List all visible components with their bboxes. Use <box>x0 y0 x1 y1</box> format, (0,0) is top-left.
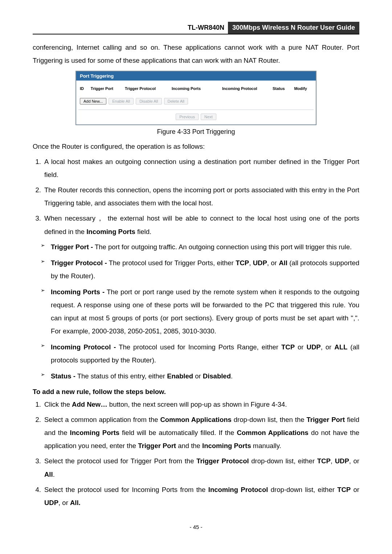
list-item: A local host makes an outgoing connectio… <box>43 155 359 181</box>
list-item: Select the protocol used for Incoming Po… <box>43 483 359 509</box>
model-label: TL-WR840N <box>188 22 228 34</box>
intro-paragraph: conferencing, Internet calling and so on… <box>33 41 359 67</box>
disable-all-button[interactable]: Disable All <box>136 98 162 104</box>
next-button[interactable]: Next <box>201 114 216 120</box>
list-item: Status - The status of this entry, eithe… <box>43 370 359 383</box>
list-item: Select the protocol used for Trigger Por… <box>43 455 359 481</box>
list-item: Incoming Ports - The port or port range … <box>43 286 359 338</box>
screenshot-title: Port Triggering <box>76 71 316 81</box>
list-item: Select a common application from the Com… <box>43 413 359 452</box>
primary-steps-list: A local host makes an outgoing connectio… <box>33 155 359 238</box>
list-item: When necessary， the external host will b… <box>43 212 359 238</box>
figure-container: Port Triggering ID Trigger Port Trigger … <box>33 71 359 125</box>
add-rule-heading: To add a new rule, follow the steps belo… <box>33 388 359 396</box>
table-header-row: ID Trigger Port Trigger Protocol Incomin… <box>76 81 316 97</box>
list-item: Trigger Port - The port for outgoing tra… <box>43 241 359 254</box>
action-button-row: Add New... Enable All Disable All Delete… <box>76 97 316 110</box>
bullet-list: Trigger Port - The port for outgoing tra… <box>33 241 359 383</box>
col-trigger-port: Trigger Port <box>91 86 125 91</box>
col-incoming-ports: Incoming Ports <box>172 86 222 91</box>
port-triggering-screenshot: Port Triggering ID Trigger Port Trigger … <box>75 71 317 125</box>
list-item: The Router records this connection, open… <box>43 184 359 210</box>
col-id: ID <box>80 86 91 91</box>
list-item: Incoming Protocol - The protocol used fo… <box>43 341 359 367</box>
col-status: Status <box>273 86 294 91</box>
add-new-button[interactable]: Add New... <box>80 98 106 104</box>
previous-button[interactable]: Previous <box>176 114 199 120</box>
col-modify: Modify <box>294 86 312 91</box>
col-incoming-protocol: Incoming Protocol <box>222 86 273 91</box>
add-rule-steps-list: Click the Add New… button, the next scre… <box>33 398 359 509</box>
delete-all-button[interactable]: Delete All <box>164 98 188 104</box>
page-number: - 45 - <box>33 524 359 530</box>
list-item: Trigger Protocol - The protocol used for… <box>43 257 359 283</box>
col-trigger-protocol: Trigger Protocol <box>125 86 172 91</box>
pager-row: Previous Next <box>76 110 316 124</box>
list-item: Click the Add New… button, the next scre… <box>43 398 359 411</box>
document-page: TL-WR840N 300Mbps Wireless N Router User… <box>0 0 392 545</box>
once-intro: Once the Router is configured, the opera… <box>33 140 359 153</box>
page-header: TL-WR840N 300Mbps Wireless N Router User… <box>33 22 359 34</box>
enable-all-button[interactable]: Enable All <box>109 98 134 104</box>
guide-title: 300Mbps Wireless N Router User Guide <box>228 22 359 34</box>
figure-caption: Figure 4-33 Port Triggering <box>33 128 359 136</box>
